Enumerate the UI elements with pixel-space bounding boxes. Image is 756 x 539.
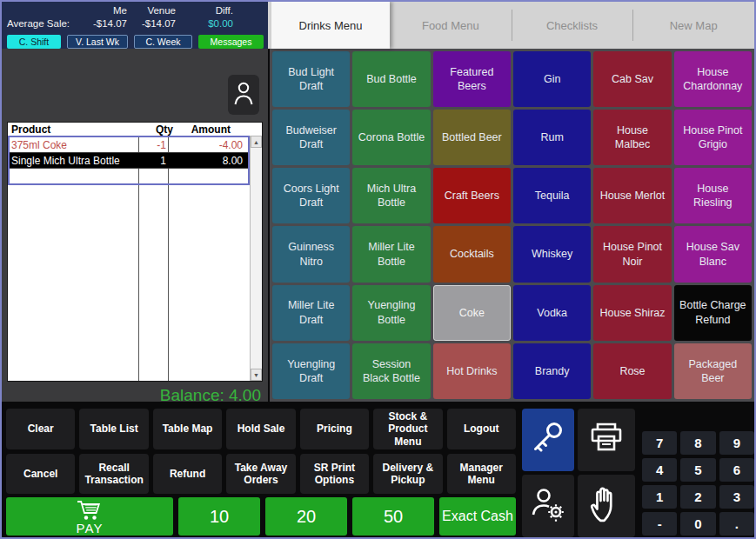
keypad-button[interactable]: 2 (680, 485, 715, 509)
side-icon-buttons (522, 409, 635, 537)
keypad-button[interactable]: 4 (642, 458, 677, 482)
keypad-button[interactable]: 9 (719, 431, 754, 455)
keypad-button[interactable]: 6 (719, 458, 754, 482)
stat-column: Me -$14.07 (85, 4, 127, 30)
table-row[interactable]: Single Mich Ultra Bottle 1 8.00 (8, 153, 262, 169)
menu-item-button[interactable]: Brandy (513, 343, 591, 399)
menu-item-button[interactable]: Bottled Beer (433, 110, 511, 165)
function-button[interactable]: Clear (6, 409, 75, 449)
menu-item-button[interactable]: Bud Bottle (352, 51, 430, 107)
menu-item-button[interactable]: Featured Beers (433, 51, 511, 107)
print-button[interactable] (578, 409, 635, 471)
scrollbar-up-button[interactable]: ▲ (251, 136, 262, 148)
user-settings-button[interactable] (522, 475, 574, 537)
keypad-button[interactable]: 1 (642, 485, 677, 509)
amount-cell: 8.00 (168, 155, 262, 167)
keypad-button[interactable]: - (642, 512, 677, 536)
menu-item-button[interactable]: Tequila (513, 168, 591, 223)
function-button[interactable]: Cancel (6, 454, 75, 494)
menu-item-button[interactable]: House Chardonnay (674, 51, 752, 107)
average-sale-label: Average Sale: (7, 17, 85, 30)
menu-item-button[interactable]: Guinness Nitro (272, 226, 350, 282)
keypad-button[interactable]: 8 (680, 431, 715, 455)
stats-button[interactable]: V. Last Wk (67, 35, 128, 49)
menu-item-button[interactable]: House Malbec (593, 110, 671, 165)
keypad-button[interactable]: . (719, 512, 754, 536)
menu-item-button[interactable]: Cocktails (433, 226, 511, 282)
stats-panel: Average Sale: Me -$14.07 Venue -$14.07 D… (2, 2, 268, 49)
function-button[interactable]: Manager Menu (447, 454, 516, 494)
menu-item-button[interactable]: House Pinot Grigio (674, 110, 752, 165)
stat-column: Venue -$14.07 (127, 4, 176, 30)
quick-cash-button[interactable]: 20 (265, 497, 347, 536)
menu-item-button[interactable]: Cab Sav (593, 51, 671, 107)
order-items-table: Product Qty Amount 375ml Coke -1 -4.00 S… (7, 122, 263, 382)
menu-item-button[interactable]: Corona Bottle (352, 110, 430, 165)
menu-item-button[interactable]: Miller Lite Bottle (352, 226, 430, 282)
menu-item-button[interactable]: Bud Light Draft (272, 51, 350, 107)
tab[interactable]: Checklists (512, 2, 633, 49)
average-sale-stats: Average Sale: Me -$14.07 Venue -$14.07 D… (7, 4, 268, 30)
tab[interactable]: Drinks Menu (271, 2, 390, 49)
pay-button[interactable]: PAY (6, 497, 173, 536)
exact-cash-button[interactable]: Exact Cash (439, 497, 516, 536)
function-button[interactable]: Refund (153, 454, 222, 494)
hold-button[interactable] (578, 475, 635, 537)
menu-item-button[interactable]: Coke (433, 285, 511, 341)
menu-item-button[interactable]: Vodka (513, 285, 591, 341)
menu-item-button[interactable]: Budweiser Draft (272, 110, 350, 165)
menu-item-button[interactable]: Whiskey (513, 226, 591, 282)
function-button[interactable]: Table List (79, 409, 148, 449)
product-cell: Single Mich Ultra Bottle (8, 155, 138, 167)
menu-item-button[interactable]: House Pinot Noir (593, 226, 671, 282)
table-row[interactable]: 375ml Coke -1 -4.00 (8, 137, 262, 153)
tab[interactable]: New Map (632, 2, 754, 49)
menu-item-button[interactable]: Craft Beers (433, 168, 511, 223)
keypad-button[interactable]: 5 (680, 458, 715, 482)
key-button[interactable] (522, 409, 574, 471)
menu-item-button[interactable]: Bottle Charge Refund (674, 285, 752, 341)
menu-item-button[interactable]: Rum (513, 110, 591, 165)
keypad-button[interactable]: 3 (719, 485, 754, 509)
keypad-button[interactable]: 0 (680, 512, 715, 536)
function-button[interactable]: Pricing (300, 409, 369, 449)
menu-item-button[interactable]: Rose (593, 343, 671, 399)
menu-item-button[interactable]: Session Black Bottle (352, 343, 430, 399)
quick-cash-button[interactable]: 50 (352, 497, 434, 536)
menu-item-button[interactable]: Yuengling Draft (272, 343, 350, 399)
function-button[interactable]: Delivery & Pickup (373, 454, 442, 494)
function-button[interactable]: Hold Sale (226, 409, 295, 449)
stats-button[interactable]: C. Shift (7, 35, 61, 49)
menu-item-button[interactable]: House Sav Blanc (674, 226, 752, 282)
menu-item-button[interactable]: Yuengling Bottle (352, 285, 430, 341)
stats-button[interactable]: C. Week (134, 35, 192, 49)
menu-item-button[interactable]: Mich Ultra Bottle (352, 168, 430, 223)
menu-item-button[interactable]: Hot Drinks (433, 343, 511, 399)
menu-item-button[interactable]: House Merlot (593, 168, 671, 223)
function-button[interactable]: Recall Transaction (79, 454, 148, 494)
menu-item-button[interactable]: House Shiraz (593, 285, 671, 341)
menu-item-button[interactable]: Gin (513, 51, 591, 107)
product-cell: 375ml Coke (8, 139, 138, 151)
quick-cash-button[interactable]: 10 (178, 497, 260, 536)
pay-label: PAY (77, 522, 104, 535)
function-button[interactable]: SR Print Options (300, 454, 369, 494)
scrollbar-down-button[interactable]: ▼ (251, 369, 262, 381)
menu-item-button[interactable]: Packaged Beer (674, 343, 752, 399)
tab[interactable]: Food Menu (390, 2, 512, 49)
function-button[interactable]: Logout (447, 409, 516, 449)
table-scrollbar[interactable]: ▲ ▼ (250, 136, 262, 381)
product-column-header: Product (8, 123, 144, 136)
menu-item-button[interactable]: Miller Lite Draft (272, 285, 350, 341)
function-button[interactable]: Take Away Orders (226, 454, 295, 494)
stat-column-label: Diff. (216, 4, 233, 17)
menu-item-button[interactable]: House Riesling (674, 168, 752, 223)
function-button[interactable]: Table Map (153, 409, 222, 449)
menu-item-button[interactable]: Coors Light Draft (272, 168, 350, 223)
printer-icon (587, 421, 626, 459)
stats-button[interactable]: Messages (198, 35, 264, 49)
user-settings-icon (530, 486, 566, 526)
customer-button[interactable] (228, 75, 259, 115)
keypad-button[interactable]: 7 (642, 431, 677, 455)
function-button[interactable]: Stock & Product Menu (373, 409, 442, 449)
